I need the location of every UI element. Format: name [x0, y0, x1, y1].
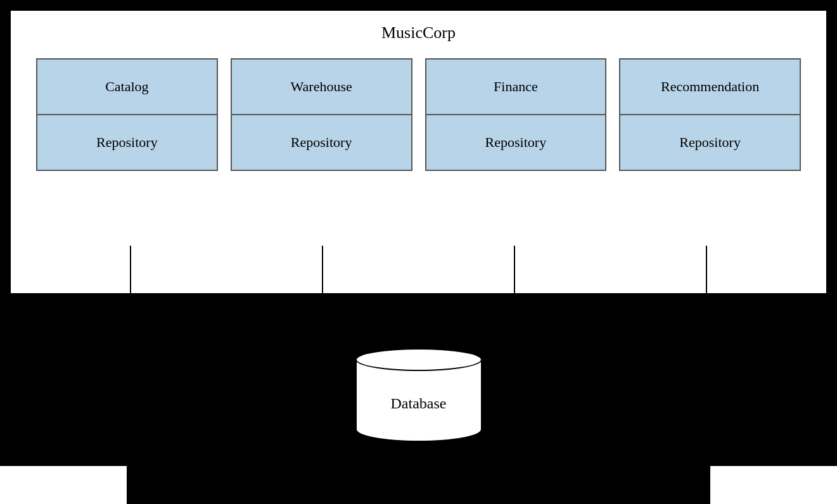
catalog-connector-line	[130, 246, 131, 296]
database-label: Database	[391, 395, 447, 412]
services-row: Catalog Repository Warehouse Repository …	[36, 58, 801, 171]
warehouse-connector-line	[322, 246, 323, 296]
warehouse-service-box: Warehouse Repository	[231, 58, 412, 171]
recommendation-service-name: Recommendation	[620, 60, 800, 115]
database-container: Database	[355, 348, 482, 442]
finance-connector-line	[514, 246, 515, 296]
recommendation-repository: Repository	[620, 115, 800, 170]
bottom-right-white-patch	[710, 466, 837, 504]
catalog-service-box: Catalog Repository	[36, 58, 218, 171]
catalog-service-name: Catalog	[37, 60, 217, 115]
main-diagram: MusicCorp Catalog Repository Warehouse R…	[0, 0, 837, 504]
database-top-ellipse	[355, 348, 482, 371]
database-body: Database	[355, 360, 482, 442]
finance-service-box: Finance Repository	[425, 58, 607, 171]
recommendation-service-box: Recommendation Repository	[619, 58, 801, 171]
musiccorp-title: MusicCorp	[11, 23, 826, 42]
musiccorp-boundary: MusicCorp Catalog Repository Warehouse R…	[10, 9, 827, 294]
bottom-left-white-patch	[0, 466, 127, 504]
finance-service-name: Finance	[426, 60, 606, 115]
warehouse-service-name: Warehouse	[232, 60, 411, 115]
database-cylinder: Database	[355, 348, 482, 442]
recommendation-connector-line	[706, 246, 707, 296]
warehouse-repository: Repository	[232, 115, 411, 170]
finance-repository: Repository	[426, 115, 606, 170]
catalog-repository: Repository	[37, 115, 217, 170]
